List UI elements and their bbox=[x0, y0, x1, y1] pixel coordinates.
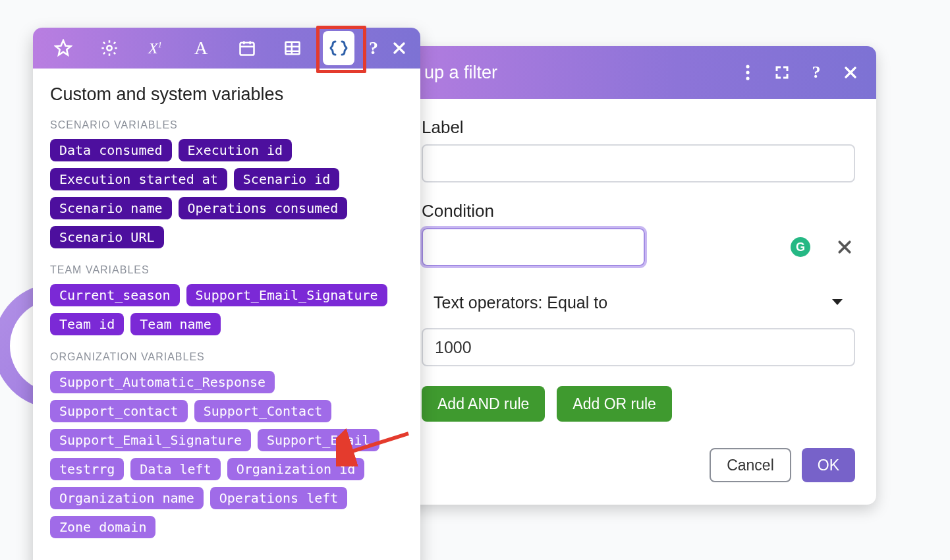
variable-pill-group: Support_Automatic_ResponseSupport_contac… bbox=[50, 371, 403, 538]
variable-pill[interactable]: Operations left bbox=[210, 487, 348, 509]
variable-pill[interactable]: Support_Email_Signature bbox=[186, 284, 387, 306]
variable-pill[interactable]: Data left bbox=[130, 458, 220, 480]
variable-pill[interactable]: Team id bbox=[50, 313, 124, 335]
svg-point-3 bbox=[107, 45, 111, 50]
tab-variables-braces[interactable] bbox=[323, 31, 354, 65]
variable-pill[interactable]: Organization id bbox=[227, 458, 365, 480]
tab-array[interactable] bbox=[277, 31, 309, 65]
variables-popover-title: Custom and system variables bbox=[50, 84, 403, 105]
cancel-button[interactable]: Cancel bbox=[710, 448, 791, 482]
help-icon[interactable]: ? bbox=[369, 31, 378, 65]
ok-button[interactable]: OK bbox=[802, 448, 855, 482]
variable-pill[interactable]: Team name bbox=[130, 313, 220, 335]
variables-toolbar: X1 A ? bbox=[33, 28, 420, 69]
variable-pill[interactable]: Support_contact bbox=[50, 400, 188, 422]
help-icon[interactable]: ? bbox=[808, 64, 825, 81]
close-icon[interactable] bbox=[393, 31, 406, 65]
label-field-label: Label bbox=[422, 117, 855, 138]
variable-pill[interactable]: Operations consumed bbox=[179, 197, 348, 219]
operator-select[interactable]: Text operators: Equal to bbox=[422, 285, 855, 320]
variable-pill[interactable]: Scenario URL bbox=[50, 226, 164, 248]
remove-condition-button[interactable] bbox=[834, 237, 855, 258]
operator-select-text: Text operators: Equal to bbox=[433, 293, 607, 312]
svg-point-2 bbox=[746, 76, 749, 80]
tab-star[interactable] bbox=[47, 31, 79, 65]
variable-pill[interactable]: Scenario name bbox=[50, 197, 172, 219]
variable-pill[interactable]: Zone domain bbox=[50, 516, 155, 538]
variable-pill[interactable]: Scenario id bbox=[234, 168, 339, 190]
variable-pill[interactable]: Support_Email bbox=[258, 429, 379, 451]
grammarly-badge-icon: G bbox=[791, 237, 810, 257]
more-vert-icon[interactable] bbox=[739, 64, 756, 81]
variable-pill[interactable]: Data consumed bbox=[50, 139, 172, 161]
filter-dialog-title: Set up a filter bbox=[393, 63, 739, 83]
close-icon[interactable] bbox=[842, 64, 859, 81]
add-or-rule-button[interactable]: Add OR rule bbox=[557, 386, 672, 422]
variable-pill[interactable]: testrrg bbox=[50, 458, 124, 480]
braces-icon bbox=[329, 40, 349, 57]
svg-point-0 bbox=[746, 65, 749, 68]
expand-icon[interactable] bbox=[773, 64, 791, 81]
variable-pill[interactable]: Support_Email_Signature bbox=[50, 429, 251, 451]
variable-pill[interactable]: Support_Automatic_Response bbox=[50, 371, 275, 393]
svg-point-1 bbox=[746, 70, 749, 74]
variable-pill[interactable]: Support_Contact bbox=[194, 400, 332, 422]
variable-pill[interactable]: Execution id bbox=[179, 139, 293, 161]
variable-pill[interactable]: Organization name bbox=[50, 487, 204, 509]
variable-pill-group: Data consumedExecution idExecution start… bbox=[50, 139, 403, 248]
variable-group-label: TEAM VARIABLES bbox=[50, 264, 403, 276]
condition-left-input[interactable] bbox=[422, 228, 645, 266]
label-input[interactable] bbox=[422, 144, 855, 182]
svg-rect-4 bbox=[240, 43, 254, 55]
variable-pill[interactable]: Execution started at bbox=[50, 168, 227, 190]
tab-math[interactable]: X1 bbox=[139, 31, 171, 65]
variables-popover: X1 A ? Custom and system varia bbox=[33, 28, 420, 560]
text-a-icon: A bbox=[194, 38, 208, 59]
variable-pill-group: Current_seasonSupport_Email_SignatureTea… bbox=[50, 284, 403, 335]
tab-gear[interactable] bbox=[94, 31, 125, 65]
math-x1-icon: X1 bbox=[148, 40, 162, 57]
filter-dialog-header: Set up a filter ? bbox=[376, 46, 876, 99]
add-and-rule-button[interactable]: Add AND rule bbox=[422, 386, 545, 422]
variable-pill[interactable]: Current_season bbox=[50, 284, 180, 306]
filter-dialog: Set up a filter ? Label Condition G bbox=[376, 46, 876, 505]
tab-calendar[interactable] bbox=[231, 31, 263, 65]
variable-group-label: ORGANIZATION VARIABLES bbox=[50, 351, 403, 363]
variable-group-label: SCENARIO VARIABLES bbox=[50, 119, 403, 131]
condition-value-input[interactable] bbox=[422, 328, 855, 366]
condition-field-label: Condition bbox=[422, 201, 855, 221]
chevron-down-icon bbox=[831, 298, 843, 306]
tab-text[interactable]: A bbox=[185, 31, 217, 65]
